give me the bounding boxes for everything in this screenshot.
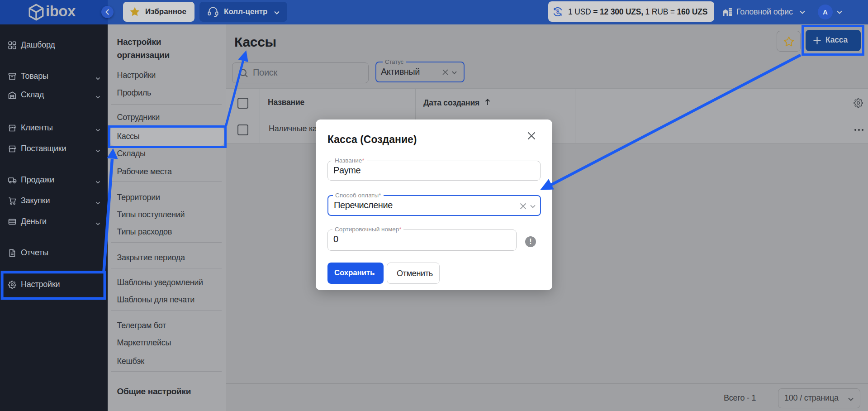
svg-text:$: $ bbox=[556, 9, 560, 15]
